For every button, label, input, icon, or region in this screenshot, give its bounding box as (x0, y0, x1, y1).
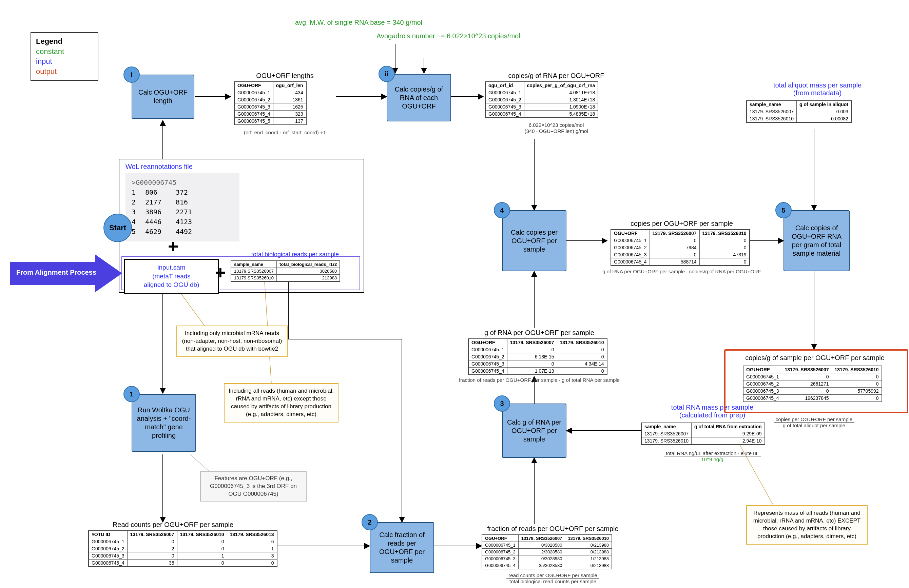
plus-icon: + (168, 236, 179, 257)
rna-mass-note: Represents mass of all reads (human and … (746, 505, 868, 544)
plus-icon-2: + (215, 262, 226, 283)
copies-g-formula: 6.022×10^23 copies/mol (340 · OGU+ORF le… (488, 122, 624, 134)
alignment-arrow: From Alignment Process (10, 254, 122, 292)
copies-per-title: copies per OGU+ORF per sample (611, 220, 753, 228)
g-rna-formula: fraction of reads per OGU+ORF per sample… (451, 377, 628, 383)
bio-title: total biological reads per sample (231, 251, 359, 258)
orf-len-title: OGU+ORF lengths (234, 72, 336, 80)
feature-note: Features are OGU+ORF (e.g., G000006745_3… (200, 471, 307, 502)
start-badge: Start (104, 214, 132, 242)
output-table: OGU+ORF13179. SRS352600713179. SRS352601… (743, 365, 882, 402)
constant-mw: avg. M.W. of single RNA base = 340 g/mol (295, 19, 498, 26)
copies-per-formula: g of RNA per OGU+ORF per sample · copies… (597, 268, 767, 274)
step-1-label: Run Woltka OGU analysis + "coord-match" … (135, 406, 192, 440)
copies-g-table: ogu_orf_idcopies_per_g_of_ogu_orf_rnaG00… (485, 81, 598, 118)
step-4-label: Calc copies per OGU+ORF per sample (505, 228, 563, 254)
step-3-label: Calc g of RNA per OGU+ORF per sample (505, 418, 563, 444)
orf-len-formula: (orf_end_coord - orf_start_coord) +1 (234, 129, 336, 135)
badge-i: i (123, 66, 140, 83)
step-2-label: Calc fraction of reads per OGU+ORF per s… (373, 531, 431, 565)
wol-title: WoL reannotations file (126, 163, 227, 171)
legend: Legend constant input output (31, 32, 99, 81)
sam-note: Including only microbial mRNA reads (non… (176, 326, 288, 357)
step-5-label: Calc copies of OGU+ORF RNA per gram of t… (787, 224, 846, 258)
wol-panel: >G000006745 1806372221778163389622714444… (126, 173, 239, 241)
read-counts-title: Read counts per OGU+ORF per sample (88, 521, 258, 529)
bio-note: Including all reads (human and microbial… (224, 383, 338, 423)
badge-1: 1 (123, 386, 140, 402)
diagram-canvas: Legend constant input output avg. M.W. o… (0, 0, 909, 588)
step-i-label: Calc OGU+ORF length (135, 88, 191, 105)
legend-output: output (36, 66, 93, 77)
step-4: Calc copies per OGU+ORF per sample (502, 210, 566, 271)
copies-g-title: copies/g of RNA per OGU+ORF (485, 72, 628, 80)
copies-per-table: OGU+ORF13179. SRS352600713179. SRS352601… (611, 229, 750, 266)
g-rna-title: g of RNA per OGU+ORF per sample (468, 329, 611, 337)
read-counts-table: #OTU ID13179. SRS352600713179. SRS352601… (88, 530, 277, 567)
fraction-formula: read counts per OGU+ORF per sample total… (482, 572, 624, 584)
legend-title: Legend (36, 36, 93, 47)
input-sam: input.sam (metaT reads aligned to OGU db… (124, 259, 219, 294)
wol-rows: 1806372221778163389622714444641235462944… (132, 187, 233, 237)
rna-mass-formula: total RNA ng/uL after extraction · elute… (641, 450, 783, 462)
bio-table: sample_nametotal_biological_reads_r1r213… (231, 260, 340, 282)
step-3: Calc g of RNA per OGU+ORF per sample (502, 404, 566, 458)
fraction-title: fraction of reads per OGU+ORF per sample (482, 525, 624, 533)
badge-4: 4 (494, 202, 510, 218)
badge-3: 3 (494, 396, 510, 412)
badge-2: 2 (362, 514, 378, 530)
step-1: Run Woltka OGU analysis + "coord-match" … (132, 394, 196, 452)
legend-input: input (36, 56, 93, 66)
legend-constant: constant (36, 47, 93, 57)
fraction-table: OGU+ORF13179. SRS352600713179. SRS352601… (482, 535, 612, 569)
badge-ii: ii (378, 66, 395, 82)
output-formula: copies per OGU+ORF per sample g of total… (743, 417, 885, 428)
step-2: Calc fraction of reads per OGU+ORF per s… (370, 522, 434, 573)
badge-5: 5 (775, 202, 792, 218)
step-ii: Calc copies/g of RNA of each OGU+ORF (387, 74, 451, 121)
constant-avogadro: Avogadro's number ~= 6.022×10^23 copies/… (377, 32, 580, 40)
step-i: Calc OGU+ORF length (132, 74, 194, 119)
wol-header: >G000006745 (132, 178, 233, 187)
step-5: Calc copies of OGU+ORF RNA per gram of t… (783, 210, 850, 271)
output-title: copies/g of sample per OGU+ORF per sampl… (729, 354, 901, 362)
step-ii-label: Calc copies/g of RNA of each OGU+ORF (390, 85, 448, 111)
alignment-arrow-label: From Alignment Process (16, 268, 96, 276)
orf-len-table: OGU+ORFogu_orf_lenG000006745_1434G000006… (234, 81, 307, 125)
aliquot-title: total aliquot mass per sample (from meta… (746, 81, 889, 97)
g-rna-table: OGU+ORF13179. SRS352600713179. SRS352601… (468, 338, 608, 375)
aliquot-table: sample_nameg of sample in aliquot13179. … (746, 100, 852, 123)
